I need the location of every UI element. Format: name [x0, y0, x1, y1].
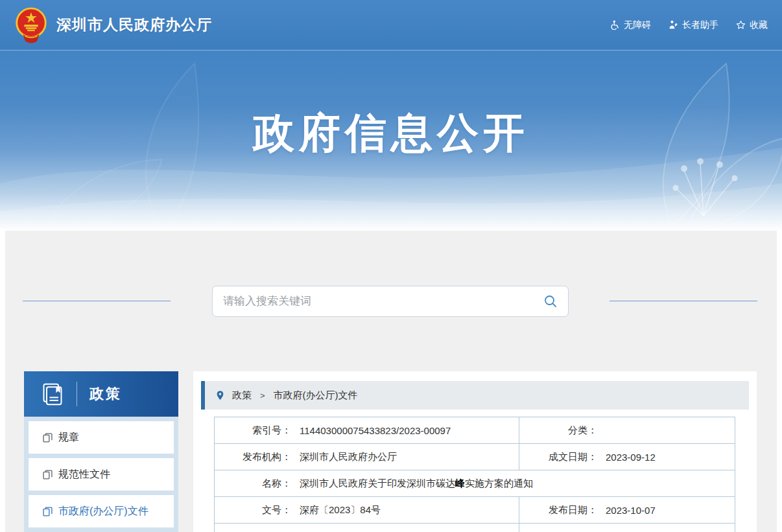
policy-sidebar: 政策 规章 规范性文件 [24, 371, 178, 532]
breadcrumb-root[interactable]: 政策 [232, 389, 252, 402]
index-number-value: 114403000075433823/2023-00097 [300, 425, 451, 436]
breadcrumb: 政策 > 市政府(办公厅)文件 [201, 381, 749, 410]
sidebar-item-label: 规范性文件 [58, 468, 110, 481]
table-row [215, 524, 735, 532]
star-icon [736, 20, 746, 30]
elder-assist-icon [669, 20, 678, 30]
top-header-bar: 深圳市人民政府办公厅 无障碍 长者助手 [0, 0, 782, 51]
document-icon [43, 470, 53, 480]
breadcrumb-separator-icon: > [260, 391, 265, 400]
written-date-cell: 成文日期： 2023-09-12 [519, 451, 735, 463]
breadcrumb-current: 市政府(办公厅)文件 [274, 389, 358, 402]
doc-number-value: 深府〔2023〕84号 [300, 504, 381, 516]
favorite-label: 收藏 [750, 19, 768, 31]
category-cell: 分类： [519, 424, 735, 437]
written-date-value: 2023-09-12 [606, 452, 656, 463]
written-date-label: 成文日期： [519, 451, 597, 463]
location-pin-icon [216, 390, 224, 401]
sidebar-item-label: 市政府(办公厅)文件 [58, 505, 148, 518]
accessibility-label: 无障碍 [624, 19, 651, 31]
search-box [212, 286, 569, 317]
main-content-panel: 政策 > 市政府(办公厅)文件 索引号： 114403000075433823/… [193, 371, 757, 532]
index-number-label: 索引号： [215, 424, 291, 437]
page-title: 政府信息公开 [0, 105, 782, 161]
page: 深圳市人民政府办公厅 无障碍 长者助手 [0, 0, 782, 532]
sidebar-header-divider [77, 382, 77, 406]
table-row: 名称： 深圳市人民政府关于印发深圳市碳达峰实施方案的通知 [215, 470, 735, 497]
hero-banner: 政府信息公开 [0, 51, 782, 231]
site-title: 深圳市人民政府办公厅 [56, 15, 212, 35]
breadcrumb-accent-bar [201, 381, 205, 410]
category-label: 分类： [519, 424, 597, 437]
search-input[interactable] [223, 295, 543, 308]
national-emblem-logo [14, 6, 48, 44]
publisher-value: 深圳市人民政府办公厅 [300, 451, 397, 463]
publish-date-cell: 发布日期： 2023-10-07 [519, 504, 735, 516]
elder-assist-link[interactable]: 长者助手 [669, 19, 718, 31]
doc-number-label: 文号： [215, 504, 291, 516]
site-brand[interactable]: 深圳市人民政府办公厅 [14, 6, 212, 44]
publisher-cell: 发布机构： 深圳市人民政府办公厅 [215, 451, 519, 463]
document-icon [43, 507, 53, 516]
accessibility-link[interactable]: 无障碍 [610, 19, 651, 31]
sidebar-title: 政策 [89, 384, 122, 404]
search-button[interactable] [543, 294, 558, 308]
top-utility-links: 无障碍 长者助手 收藏 [610, 19, 768, 31]
table-row: 发布机构： 深圳市人民政府办公厅 成文日期： 2023-09-12 [215, 444, 735, 470]
document-metadata-table: 索引号： 114403000075433823/2023-00097 分类： 发… [214, 417, 735, 532]
document-name-value: 深圳市人民政府关于印发深圳市碳达峰实施方案的通知 [300, 478, 533, 490]
keyword-highlight: 峰 [455, 478, 465, 489]
search-right-divider [610, 301, 757, 301]
doc-number-cell: 文号： 深府〔2023〕84号 [215, 504, 519, 516]
book-icon [41, 382, 64, 406]
elder-assist-label: 长者助手 [682, 19, 718, 31]
document-icon [43, 433, 53, 443]
search-left-divider [23, 301, 171, 301]
sidebar-item-label: 规章 [58, 431, 79, 445]
wheelchair-icon [610, 20, 620, 30]
sidebar-menu: 规章 规范性文件 市政府(办公厅)文件 [24, 417, 178, 532]
sidebar-item-normative-documents[interactable]: 规范性文件 [29, 458, 174, 491]
table-row: 索引号： 114403000075433823/2023-00097 分类： [215, 417, 735, 444]
publisher-label: 发布机构： [215, 451, 291, 463]
publish-date-value: 2023-10-07 [606, 505, 656, 516]
sidebar-header: 政策 [24, 371, 178, 417]
sidebar-item-municipal-government-documents[interactable]: 市政府(办公厅)文件 [29, 495, 174, 527]
favorite-link[interactable]: 收藏 [736, 19, 768, 31]
table-row: 文号： 深府〔2023〕84号 发布日期： 2023-10-07 [215, 497, 735, 524]
document-name-cell: 名称： 深圳市人民政府关于印发深圳市碳达峰实施方案的通知 [215, 478, 735, 490]
index-number-cell: 索引号： 114403000075433823/2023-00097 [215, 424, 519, 437]
document-name-label: 名称： [215, 478, 291, 490]
publish-date-label: 发布日期： [519, 504, 597, 516]
sidebar-item-regulations[interactable]: 规章 [29, 421, 174, 454]
search-icon [543, 294, 558, 308]
